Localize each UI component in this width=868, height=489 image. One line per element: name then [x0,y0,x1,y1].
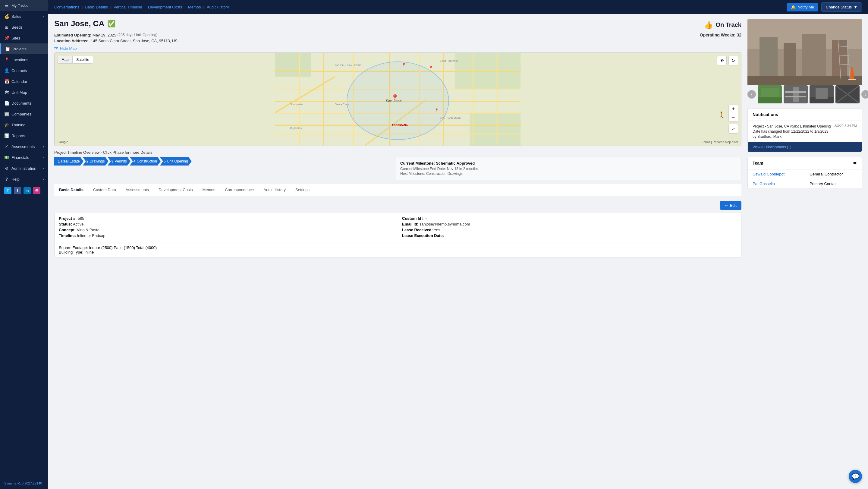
phase-5[interactable]: 5Unit Opening [160,157,192,165]
svg-text:TROPICANA: TROPICANA [392,124,408,127]
timeline-title: Project Timeline Overview - Click Phase … [54,150,741,155]
tab-settings[interactable]: Settings [290,184,314,196]
estimated-opening-row: Estimated Opening: May 19, 2025 (235 day… [54,33,741,37]
nav-link-vertical-timeline[interactable]: Vertical Timeline [114,5,142,9]
details-main-row: Project #: 585Status: ActiveConcept: Vin… [55,213,741,242]
team-row: Pat Gosselin Primary Contact [748,179,862,189]
top-nav-actions: 🔔 Notify Me Change Status ▼ [786,2,862,12]
my-tasks-icon: ☰ [4,3,9,8]
thumbnail-3[interactable] [809,85,834,103]
facebook-icon[interactable]: f [14,187,21,194]
map-button[interactable]: Map [58,56,72,64]
nav-link-conversations[interactable]: Conversations [54,5,79,9]
sidebar-item-label: Financials [11,155,29,160]
sidebar: ☰ My Tasks 💰 Sales › ⊞ Seeds 📌 Sites 📋 P… [0,0,48,489]
unit-map-icon: 🗺 [4,90,9,95]
team-table: Oswald Cobblepot General Contractor Pat … [748,170,862,189]
notify-me-button[interactable]: 🔔 Notify Me [786,3,818,11]
tab-assessments[interactable]: Assessments [121,184,154,196]
map-toggle-button[interactable]: 🗺 Hide Map [54,46,741,51]
content-left: San Jose, CA ✅ 👍 On Track Estimated Open… [54,19,741,484]
zoom-out-button[interactable]: − [728,113,738,122]
linkedin-icon[interactable]: in [24,187,31,194]
team-header: Team ✏ [748,157,862,170]
sidebar-item-locations[interactable]: 📍 Locations [0,54,48,65]
details-bottom-row: Square Footage: Indoor (2500) Patio (150… [55,242,741,257]
sidebar-item-assessments[interactable]: ✓ Assessments › [0,141,48,152]
expand-map-button[interactable]: ⤢ [728,124,738,133]
sidebar-item-sites[interactable]: 📌 Sites [0,33,48,43]
sidebar-item-sales[interactable]: 💰 Sales › [0,11,48,22]
tab-custom-data[interactable]: Custom Data [88,184,121,196]
tab-development-costs[interactable]: Development Costs [154,184,197,196]
prev-photo-button[interactable]: ‹ [747,90,756,99]
locations-icon: 📍 [4,57,9,62]
thumbnail-2[interactable] [784,85,808,103]
tab-memos[interactable]: Memos [198,184,220,196]
phase-4[interactable]: 4Construction [130,157,161,165]
satellite-button[interactable]: Satellite [72,56,93,64]
content-tabs: Basic DetailsCustom DataAssessmentsDevel… [54,184,741,196]
sidebar-item-my-tasks[interactable]: ☰ My Tasks [0,0,48,11]
thumbnail-1[interactable]: 🌿 [758,85,782,103]
edit-team-icon[interactable]: ✏ [853,161,857,165]
sidebar-item-documents[interactable]: 📄 Documents [0,98,48,109]
team-member-name: Oswald Cobblepot [748,170,805,179]
thumbs-up-icon: 👍 [704,21,713,29]
sidebar-item-label: Help [11,177,20,182]
sidebar-item-contacts[interactable]: 👤 Contacts [0,65,48,76]
sidebar-item-help[interactable]: ? Help › [0,174,48,184]
view-all-notifications-link[interactable]: View All Notifications (1) [752,145,792,149]
documents-icon: 📄 [4,101,9,105]
phase-3[interactable]: 3Permits [107,157,130,165]
phase-1[interactable]: 1Real Estate [54,157,84,165]
edit-button[interactable]: ✏ Edit [720,201,741,210]
nav-link-basic-details[interactable]: Basic Details [85,5,108,9]
map-zoom-controls: + − [728,104,738,122]
chat-button[interactable]: 💬 [849,470,862,483]
zoom-in-button[interactable]: + [728,104,738,113]
operating-weeks: Operating Weeks: 32 [700,33,741,37]
svg-text:NORTH SAN JOSE: NORTH SAN JOSE [335,64,361,67]
calendar-icon: 📅 [4,79,9,84]
sidebar-item-reports[interactable]: 📊 Reports [0,130,48,141]
next-photo-button[interactable]: › [861,90,868,99]
edit-bar: ✏ Edit [54,201,741,210]
instagram-icon[interactable]: ◎ [33,187,40,194]
team-member-role: General Contractor [805,170,862,179]
twitter-icon[interactable]: T [4,187,11,194]
tab-basic-details[interactable]: Basic Details [54,184,88,196]
nav-link-audit-history[interactable]: Audit History [207,5,229,9]
sidebar-item-seeds[interactable]: ⊞ Seeds [0,22,48,33]
sidebar-item-financials[interactable]: 💵 Financials › [0,152,48,163]
thumbnail-4[interactable] [835,85,860,103]
tab-audit-history[interactable]: Audit History [258,184,290,196]
chevron-icon: › [43,156,44,159]
sidebar-item-administration[interactable]: ⚙ Administration › [0,163,48,174]
social-links: T f in ◎ [0,184,48,196]
tab-correspondence[interactable]: Correspondence [220,184,258,196]
nav-separator: | [82,5,83,9]
sidebar-item-label: Projects [12,47,27,51]
nav-link-memos[interactable]: Memos [188,5,201,9]
svg-rect-54 [785,96,806,97]
field-concept-: Concept: Vino & Pasta [59,227,394,232]
nav-link-development-costs[interactable]: Development Costs [148,5,182,9]
phase-2[interactable]: 2Drawings [83,157,108,165]
notification-text: Project - San Jose, CA #585: Estimated O… [752,124,831,139]
sidebar-item-companies[interactable]: 🏢 Companies [0,109,48,119]
sidebar-item-calendar[interactable]: 📅 Calendar [0,76,48,87]
version-link[interactable]: Synuma v1.0.9027.22140 [4,482,42,485]
notifications-header: Notifications [748,109,862,121]
main-photo[interactable] [747,19,862,85]
sidebar-item-unit-map[interactable]: 🗺 Unit Map [0,87,48,98]
sidebar-item-projects[interactable]: 📋 Projects [0,43,48,54]
pencil-icon: ✏ [725,203,728,208]
sidebar-item-label: Administration [11,166,36,171]
sidebar-item-training[interactable]: 🎓 Training [0,119,48,130]
sidebar-item-label: Locations [11,58,28,62]
refresh-map-button[interactable]: ↻ [728,56,738,65]
streetview-toggle[interactable]: 👁 [717,56,727,65]
svg-text:🌿: 🌿 [768,93,771,96]
change-status-button[interactable]: Change Status ▼ [821,2,862,12]
